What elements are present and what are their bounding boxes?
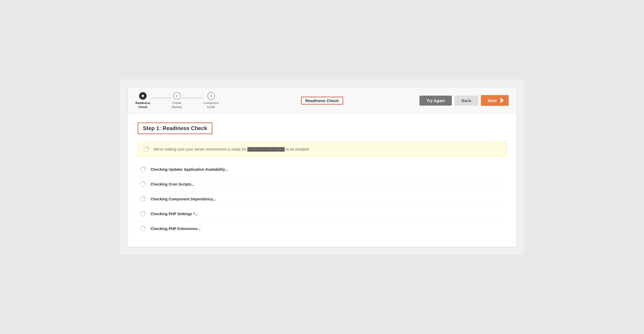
step-item-2: 2 CreateBackup (172, 92, 182, 109)
steps-area: ReadinessCheck 2 CreateBackup 3 Componen… (136, 92, 219, 109)
step-label-3: ComponentInstall (203, 101, 219, 109)
page-title-badge: Readiness Check (301, 97, 343, 105)
card-header: ReadinessCheck 2 CreateBackup 3 Componen… (128, 87, 516, 114)
check-row-2: Checking Component Dependency... (138, 192, 507, 207)
next-button[interactable]: Next (481, 95, 509, 106)
status-message: We're making sure your server environmen… (154, 147, 309, 151)
step-label-2: CreateBackup (172, 101, 182, 109)
step-circle-3: 3 (207, 92, 215, 100)
card-body: Step 1: Readiness Check We're making sur… (128, 114, 516, 247)
step-label-1: ReadinessCheck (136, 101, 150, 109)
check-row-3: Checking PHP Settings *... (138, 207, 507, 221)
next-arrow-icon (501, 98, 504, 103)
checks-list: Checking Updater Application Availabilit… (138, 162, 507, 236)
spinner-icon-4 (140, 226, 146, 232)
step-circle-2: 2 (173, 92, 181, 100)
main-card: ReadinessCheck 2 CreateBackup 3 Componen… (128, 87, 516, 247)
spinner-icon-3 (140, 211, 146, 217)
try-again-button[interactable]: Try Again (419, 96, 452, 106)
check-row-0: Checking Updater Application Availabilit… (138, 162, 507, 177)
check-row-1: Checking Cron Scripts... (138, 177, 507, 192)
check-label-1: Checking Cron Scripts... (151, 182, 195, 186)
step-connector-2-3 (182, 98, 203, 98)
page-title-text: Readiness Check (305, 98, 339, 103)
section-title-box: Step 1: Readiness Check (138, 123, 213, 134)
check-label-0: Checking Updater Application Availabilit… (151, 167, 228, 172)
page-outer: ReadinessCheck 2 CreateBackup 3 Componen… (120, 79, 524, 255)
next-label: Next (488, 98, 497, 103)
check-label-3: Checking PHP Settings *... (151, 212, 198, 216)
step-connector-1-2 (150, 98, 172, 98)
spinner-icon-0 (140, 166, 146, 172)
check-label-4: Checking PHP Extensions... (151, 227, 201, 231)
spinner-icon-2 (140, 196, 146, 202)
check-label-2: Checking Component Dependency... (151, 197, 216, 201)
action-buttons: Try Again Back Next (419, 95, 508, 106)
status-banner: We're making sure your server environmen… (138, 142, 507, 157)
step-item-3: 3 ComponentInstall (203, 92, 219, 109)
section-title: Step 1: Readiness Check (143, 125, 207, 131)
step-circle-1 (139, 92, 147, 100)
status-spinner-icon (143, 146, 149, 152)
back-button[interactable]: Back (454, 96, 478, 106)
spinner-icon-1 (140, 181, 146, 187)
check-row-4: Checking PHP Extensions... (138, 221, 507, 236)
step-item-1: ReadinessCheck (136, 92, 150, 109)
